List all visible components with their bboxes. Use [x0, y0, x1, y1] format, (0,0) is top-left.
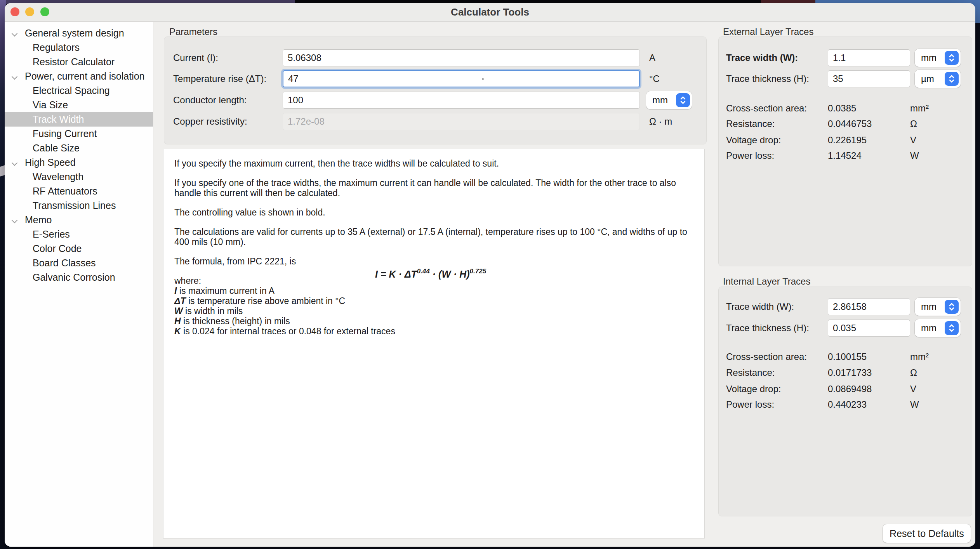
sidebar-item-cable-size[interactable]: Cable Size — [5, 141, 153, 155]
help-text-panel: If you specify the maximum current, then… — [163, 149, 705, 539]
sidebar-item-color-code[interactable]: Color Code — [5, 241, 153, 256]
chevron-down-icon — [12, 75, 17, 79]
where-item: K is 0.024 for internal traces or 0.048 … — [174, 326, 693, 336]
conductor-length-unit-dropdown[interactable]: mm — [646, 91, 692, 109]
ipc2221-formula: I = K · ΔT0.44 · (W · H)0.725 — [375, 267, 486, 279]
copper-resistivity-input — [283, 113, 640, 130]
internal-trace-width-unit-dropdown[interactable]: mm — [915, 298, 961, 316]
sidebar-item-fusing-current[interactable]: Fusing Current — [5, 127, 153, 141]
internal-result-row: Power loss:0.440233W — [726, 399, 967, 411]
internal-trace-thickness-unit-dropdown[interactable]: mm — [915, 319, 961, 337]
internal-result-row: Voltage drop:0.0869498V — [726, 384, 967, 395]
stepper-chevrons-icon — [945, 300, 959, 314]
sidebar-item-general-system-design[interactable]: General system design — [5, 26, 153, 40]
internal-trace-thickness-input[interactable] — [828, 320, 910, 337]
stepper-chevrons-icon — [676, 93, 690, 107]
external-trace-thickness-label: Trace thickness (H): — [726, 70, 809, 87]
internal-trace-width-input[interactable] — [828, 298, 910, 315]
help-paragraph: The controlling value is shown in bold. — [174, 207, 693, 217]
internal-trace-width-label: Trace width (W): — [726, 298, 794, 315]
sidebar-item-high-speed[interactable]: High Speed — [5, 155, 153, 170]
external-trace-width-unit-dropdown[interactable]: mm — [915, 49, 961, 67]
external-result-row: Power loss:1.14524W — [726, 150, 967, 162]
external-trace-width-label: Trace width (W): — [726, 49, 798, 66]
copper-resistivity-label: Copper resistivity: — [173, 113, 247, 130]
calculator-tools-window: Calculator Tools General system design R… — [5, 3, 975, 547]
where-item: ΔT is temperature rise above ambient in … — [174, 296, 693, 306]
chevron-down-icon — [12, 31, 17, 36]
sidebar-item-resistor-calculator[interactable]: Resistor Calculator — [5, 55, 153, 69]
sidebar-item-rf-attenuators[interactable]: RF Attenuators — [5, 184, 153, 198]
mouse-cursor — [482, 78, 484, 80]
external-result-row: Voltage drop:0.226195V — [726, 135, 967, 146]
internal-trace-thickness-label: Trace thickness (H): — [726, 320, 809, 337]
copper-resistivity-unit: Ω · m — [649, 113, 672, 130]
sidebar-item-wavelength[interactable]: Wavelength — [5, 170, 153, 184]
window-title: Calculator Tools — [5, 3, 975, 21]
sidebar-item-electrical-spacing[interactable]: Electrical Spacing — [5, 83, 153, 98]
conductor-length-label: Conductor length: — [173, 92, 247, 109]
sidebar-item-via-size[interactable]: Via Size — [5, 98, 153, 112]
external-section-label: External Layer Traces — [723, 26, 813, 37]
where-item: I is maximum current in A — [174, 286, 693, 296]
sidebar-item-power-current-and-isolation[interactable]: Power, current and isolation — [5, 69, 153, 83]
help-paragraph: The calculations are valid for currents … — [174, 227, 693, 247]
where-item: H is thickness (height) in mils — [174, 316, 693, 326]
stepper-chevrons-icon — [945, 51, 959, 65]
internal-result-row: Cross-section area:0.100155mm² — [726, 351, 967, 363]
current-input[interactable] — [283, 49, 640, 66]
external-trace-thickness-unit-dropdown[interactable]: µm — [915, 70, 961, 88]
external-result-row: Resistance:0.0446753Ω — [726, 118, 967, 130]
reset-to-defaults-button[interactable]: Reset to Defaults — [883, 524, 971, 543]
stepper-chevrons-icon — [945, 72, 959, 86]
conductor-length-input[interactable] — [283, 92, 640, 109]
parameters-section-label: Parameters — [169, 26, 217, 37]
sidebar-item-e-series[interactable]: E-Series — [5, 227, 153, 241]
where-item: W is width in mils — [174, 306, 693, 316]
sidebar-item-transmission-lines[interactable]: Transmission Lines — [5, 198, 153, 213]
help-paragraph: If you specify the maximum current, then… — [174, 158, 693, 169]
sidebar-item-galvanic-corrosion[interactable]: Galvanic Corrosion — [5, 270, 153, 285]
current-label: Current (I): — [173, 49, 218, 66]
help-paragraph: If you specify one of the trace widths, … — [174, 178, 693, 198]
internal-result-row: Resistance:0.0171733Ω — [726, 367, 967, 379]
formula-intro: The formula, from IPC 2221, is — [174, 256, 693, 266]
external-result-row: Cross-section area:0.0385mm² — [726, 103, 967, 115]
temperature-rise-unit: °C — [649, 70, 660, 87]
temperature-rise-label: Temperature rise (ΔT): — [173, 70, 266, 87]
sidebar-item-board-classes[interactable]: Board Classes — [5, 256, 153, 270]
temperature-rise-input[interactable] — [283, 70, 640, 87]
stepper-chevrons-icon — [945, 321, 959, 335]
internal-section-label: Internal Layer Traces — [723, 276, 810, 287]
sidebar-item-memo[interactable]: Memo — [5, 213, 153, 227]
chevron-down-icon — [12, 218, 17, 223]
chevron-down-icon — [12, 161, 17, 165]
calculator-tree: General system design Regulators Resisto… — [5, 22, 153, 547]
sidebar-item-track-width[interactable]: Track Width — [5, 112, 153, 127]
external-trace-width-input[interactable] — [828, 49, 910, 66]
external-trace-thickness-input[interactable] — [828, 70, 910, 87]
titlebar: Calculator Tools — [5, 3, 975, 22]
current-unit: A — [649, 49, 655, 66]
sidebar-item-regulators[interactable]: Regulators — [5, 40, 153, 55]
